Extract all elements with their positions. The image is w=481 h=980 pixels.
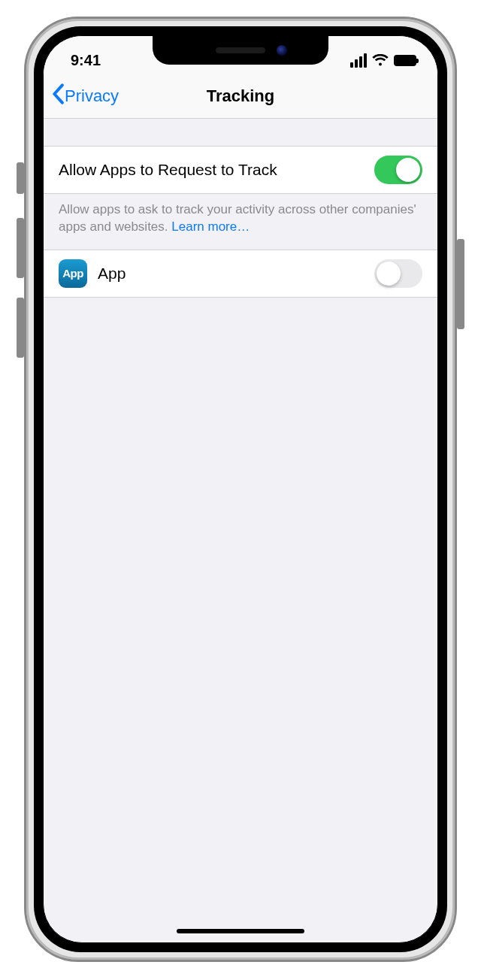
- back-button[interactable]: Privacy: [51, 74, 119, 118]
- chevron-left-icon: [51, 83, 65, 108]
- app-row: App App: [44, 250, 437, 298]
- allow-tracking-label: Allow Apps to Request to Track: [59, 161, 277, 179]
- navigation-bar: Privacy Tracking: [44, 74, 437, 119]
- phone-bezel: 9:41: [34, 26, 447, 952]
- section-spacer: [44, 119, 437, 146]
- home-indicator[interactable]: [177, 929, 304, 933]
- speaker-grille: [216, 47, 265, 53]
- battery-icon: [394, 55, 416, 66]
- page-title: Tracking: [207, 86, 274, 106]
- allow-tracking-row: Allow Apps to Request to Track: [44, 146, 437, 194]
- app-tracking-toggle[interactable]: [374, 259, 422, 288]
- learn-more-link[interactable]: Learn more…: [171, 219, 250, 234]
- phone-volume-down: [17, 298, 24, 358]
- cellular-signal-icon: [350, 53, 367, 68]
- notch: [153, 36, 328, 65]
- screen: 9:41: [43, 35, 438, 943]
- allow-tracking-toggle[interactable]: [374, 156, 422, 184]
- allow-tracking-footer: Allow apps to ask to track your activity…: [44, 194, 437, 250]
- phone-frame: 9:41: [24, 17, 457, 962]
- back-label: Privacy: [65, 86, 119, 106]
- phone-power-button: [457, 239, 464, 329]
- status-time: 9:41: [71, 52, 101, 69]
- front-camera: [277, 45, 287, 56]
- status-icons: [350, 53, 416, 68]
- phone-volume-up: [17, 218, 24, 278]
- phone-mute-switch: [17, 162, 24, 194]
- app-icon: App: [59, 259, 87, 288]
- wifi-icon: [372, 54, 389, 66]
- toggle-knob: [396, 158, 420, 182]
- app-name-label: App: [98, 265, 126, 283]
- toggle-knob: [377, 262, 401, 286]
